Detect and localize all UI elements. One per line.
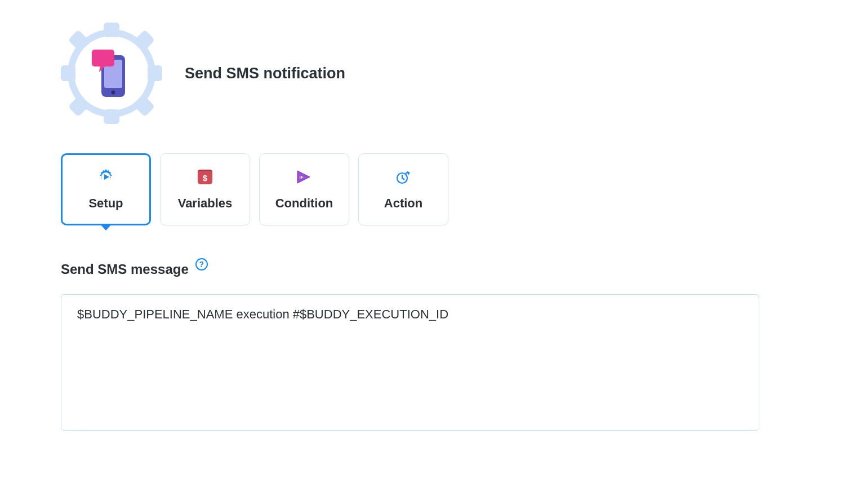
tab-action[interactable]: Action (358, 153, 448, 225)
help-icon[interactable]: ? (195, 258, 208, 271)
tab-variables[interactable]: $ Variables (160, 153, 250, 225)
variables-icon: $ (196, 168, 214, 186)
tab-label: Action (384, 196, 422, 211)
svg-rect-14 (92, 50, 114, 66)
section-title: Send SMS message (61, 261, 189, 277)
section-heading: Send SMS message ? (61, 261, 868, 277)
svg-point-13 (112, 91, 115, 95)
setup-gear-icon (97, 168, 115, 186)
svg-rect-2 (104, 23, 119, 37)
action-icon (394, 168, 412, 186)
tab-label: Variables (178, 196, 233, 211)
svg-rect-4 (61, 65, 75, 81)
page-title: Send SMS notification (185, 65, 345, 82)
sms-message-input[interactable] (61, 294, 759, 431)
tab-label: Setup (88, 196, 123, 211)
svg-rect-3 (104, 109, 119, 124)
sms-gear-badge-icon (61, 23, 162, 124)
tab-setup[interactable]: Setup (61, 153, 151, 225)
page-header: Send SMS notification (61, 23, 868, 124)
tab-label: Condition (275, 196, 333, 211)
svg-rect-5 (148, 65, 162, 81)
svg-text:IF: IF (299, 175, 303, 180)
svg-text:$: $ (203, 173, 208, 183)
tab-condition[interactable]: IF Condition (259, 153, 349, 225)
tab-row: Setup $ Variables IF Condition (61, 153, 868, 225)
condition-icon: IF (295, 168, 313, 186)
